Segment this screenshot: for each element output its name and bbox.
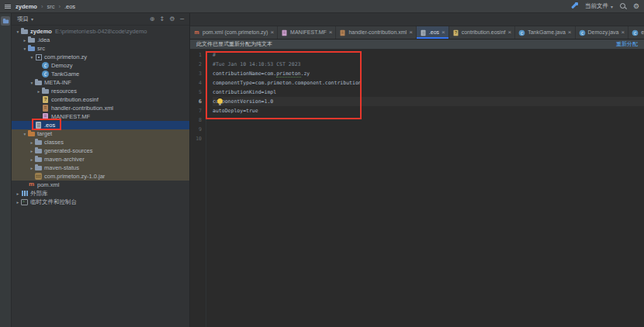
line-number: 5	[190, 88, 202, 97]
tab-excep[interactable]: excep...×	[628, 26, 644, 39]
hide-panel-icon[interactable]: −	[179, 15, 185, 22]
tree-item-外部库[interactable]: ▸外部库	[12, 189, 189, 198]
tree-item-contribution-eosinf[interactable]: contribution.eosinf	[12, 95, 189, 104]
class-icon	[519, 29, 525, 36]
chevron-right-icon[interactable]: ▸	[29, 166, 35, 170]
tree-item-com-primeton-zy-1-0-jar[interactable]: com.primeton.zy-1.0.jar	[12, 172, 189, 181]
breadcrumb-file[interactable]: .eos	[54, 3, 75, 10]
tab-close-icon[interactable]: ×	[409, 29, 413, 36]
tree-item-generated-sources[interactable]: ▸generated-sources	[12, 146, 189, 155]
run-configuration-label: 当前文件	[585, 2, 608, 10]
class-icon	[42, 62, 49, 69]
tab-pom-xml-com-primeton-zy[interactable]: pom.xml (com.primeton.zy)×	[190, 26, 278, 39]
tree-item-pom-xml[interactable]: pom.xml	[12, 181, 189, 189]
tree-item-label: generated-sources	[44, 146, 93, 155]
tree-item-maven-archiver[interactable]: ▸maven-archiver	[12, 155, 189, 164]
code-line[interactable]: componentType=com.primeton.component.con…	[213, 78, 644, 88]
code-line[interactable]: contributionName=com.primeton.zy	[213, 69, 644, 78]
tab-close-icon[interactable]: ×	[621, 29, 625, 36]
folder-icon	[42, 88, 49, 95]
tree-item-tankgame[interactable]: TankGame	[12, 70, 189, 78]
editor-content[interactable]: ##Tue Jan 10 14:10:53 CST 2023contributi…	[206, 50, 644, 327]
chevron-down-icon[interactable]: ▾	[22, 46, 28, 51]
expand-collapse-icon[interactable]: ↕	[159, 15, 164, 22]
tree-item-classes[interactable]: ▸classes	[12, 138, 189, 146]
chevron-right-icon[interactable]: ▸	[29, 140, 35, 145]
tab-label: handler-contribution.xml	[348, 26, 407, 39]
chevron-down-icon[interactable]: ▾	[22, 132, 28, 136]
tab-tankgame-java[interactable]: TankGame.java×	[515, 26, 575, 39]
tree-item-label: resources	[51, 87, 77, 95]
class-icon	[632, 29, 639, 36]
code-line[interactable]	[213, 125, 644, 134]
code-line[interactable]: componentVersion=1.0	[213, 97, 644, 106]
tab-close-icon[interactable]: ×	[568, 29, 572, 36]
code-line[interactable]	[213, 134, 644, 143]
chevron-down-icon[interactable]: ▾	[29, 81, 35, 85]
breadcrumb-src[interactable]: src	[37, 3, 55, 10]
banner-action-link[interactable]: 重新分配	[616, 40, 638, 48]
chevron-right-icon[interactable]: ▸	[15, 191, 21, 196]
tree-item-idea[interactable]: ▸.idea	[12, 36, 189, 44]
tab-manifest-mf[interactable]: MANIFEST.MF×	[278, 26, 336, 39]
tab-eos[interactable]: .eos×	[417, 26, 449, 39]
tree-item-target[interactable]: ▾target	[12, 129, 189, 138]
code-line[interactable]	[213, 115, 644, 125]
project-tree: ▾zydemoE:\primeton\esb-0428\code\zydemo▸…	[12, 26, 189, 206]
line-number: 6	[190, 97, 202, 106]
settings-icon[interactable]: ⚙	[169, 15, 175, 22]
settings-gear-icon[interactable]: ⚙	[633, 2, 639, 10]
project-panel-title[interactable]: 项目 ▾	[17, 15, 33, 23]
tree-item-临时文件和控制台[interactable]: ▸临时文件和控制台	[12, 198, 189, 206]
package-icon	[35, 53, 42, 60]
tree-item-label: com.primeton.zy	[44, 53, 87, 61]
chevron-right-icon[interactable]: ▸	[29, 157, 35, 162]
build-hammer-icon[interactable]	[571, 2, 579, 10]
code-editor[interactable]: 12345678910 ##Tue Jan 10 14:10:53 CST 20…	[190, 50, 644, 327]
tab-label: excep...	[641, 26, 644, 39]
tab-close-icon[interactable]: ×	[270, 29, 274, 36]
search-everywhere-icon[interactable]	[619, 2, 627, 10]
code-line[interactable]: #Tue Jan 10 14:10:53 CST 2023	[213, 60, 644, 69]
tab-handler-contribution-xml[interactable]: handler-contribution.xml×	[336, 26, 416, 39]
chevron-down-icon[interactable]: ▾	[15, 29, 21, 34]
tab-close-icon[interactable]: ×	[508, 29, 512, 36]
breadcrumb-project[interactable]: zydemo	[16, 3, 37, 10]
code-line[interactable]: contributionKind=impl	[213, 88, 644, 97]
tree-item-com-primeton-zy[interactable]: ▾com.primeton.zy	[12, 53, 189, 61]
run-configuration-dropdown[interactable]: 当前文件 ▾	[585, 2, 613, 10]
folder-excluded-icon	[28, 130, 35, 137]
code-line[interactable]: #	[213, 50, 644, 60]
tab-contribution-eosinf[interactable]: contribution.eosinf×	[449, 26, 516, 39]
class-icon	[579, 29, 585, 36]
activity-bar	[0, 13, 12, 327]
chevron-right-icon[interactable]: ▸	[22, 38, 28, 43]
tab-demozy-java[interactable]: Demozy.java×	[576, 26, 629, 39]
tree-item-meta-inf[interactable]: ▾META-INF	[12, 78, 189, 87]
project-tool-window-button[interactable]	[1, 16, 10, 26]
tab-label: Demozy.java	[588, 26, 619, 39]
tree-item-zydemo[interactable]: ▾zydemoE:\primeton\esb-0428\code\zydemo	[12, 27, 189, 36]
tree-item-demozy[interactable]: Demozy	[12, 61, 189, 70]
tree-item-eos[interactable]: .eos	[12, 121, 189, 129]
tree-item-src[interactable]: ▾src	[12, 44, 189, 53]
tab-close-icon[interactable]: ×	[329, 29, 333, 36]
tab-label: TankGame.java	[528, 26, 566, 39]
tree-item-handler-contribution-xml[interactable]: handler-contribution.xml	[12, 104, 189, 112]
chevron-right-icon[interactable]: ▸	[29, 149, 35, 153]
tree-item-manifest-mf[interactable]: MANIFEST.MF	[12, 112, 189, 121]
intention-bulb-icon[interactable]	[217, 98, 223, 104]
locate-icon[interactable]: ⊕	[150, 15, 155, 22]
file-question-icon	[42, 96, 49, 103]
chevron-right-icon[interactable]: ▸	[15, 200, 21, 205]
tab-label: pom.xml (com.primeton.zy)	[203, 26, 268, 39]
tree-item-maven-status[interactable]: ▸maven-status	[12, 164, 189, 172]
code-line[interactable]: autoDeploy=true	[213, 106, 644, 115]
tree-item-resources[interactable]: ▸resources	[12, 87, 189, 95]
tab-close-icon[interactable]: ×	[441, 29, 445, 36]
line-number: 1	[190, 50, 202, 60]
chevron-down-icon[interactable]: ▾	[29, 55, 35, 60]
chevron-right-icon[interactable]: ▸	[36, 89, 42, 94]
project-path-hint: E:\primeton\esb-0428\code\zydemo	[55, 28, 147, 35]
main-menu-icon[interactable]	[5, 4, 11, 9]
